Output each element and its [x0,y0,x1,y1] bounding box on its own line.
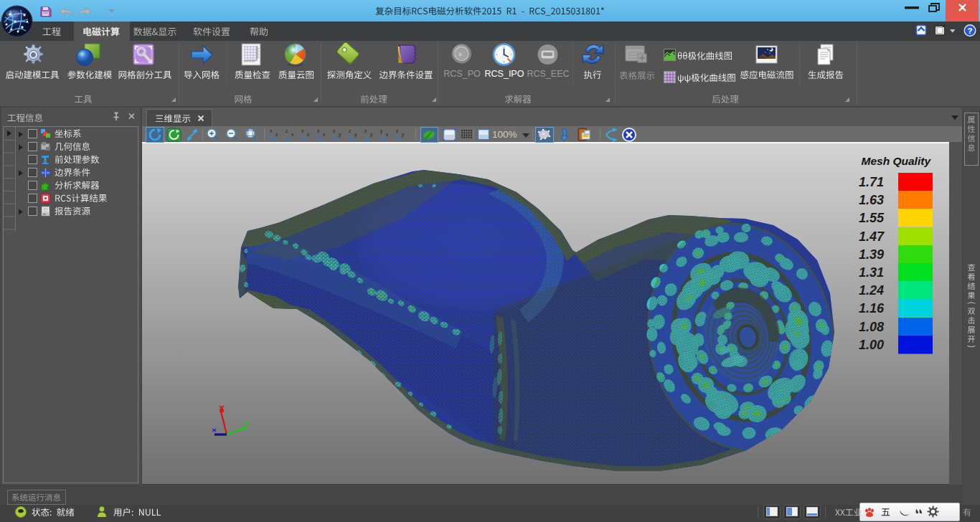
svg-text:1.71: 1.71 [859,175,884,189]
svg-text:1.55: 1.55 [859,211,885,225]
svg-text:z: z [396,128,398,133]
svg-text:1.47: 1.47 [859,229,885,244]
svg-text:y: y [370,132,373,138]
svg-text:z: z [333,128,335,133]
svg-text:y: y [402,132,405,138]
svg-text:x: x [323,132,326,137]
svg-text:1.39: 1.39 [859,247,884,262]
svg-text:y: y [380,128,383,134]
svg-text:1.16: 1.16 [859,301,885,315]
svg-text:1.24: 1.24 [859,283,884,298]
svg-text:x: x [301,128,304,133]
svg-text:z: z [317,128,319,133]
svg-text:Mesh Quality: Mesh Quality [862,155,932,167]
svg-text:z: z [349,128,351,133]
svg-text:x: x [270,128,273,133]
svg-text:1.00: 1.00 [859,338,884,352]
svg-text:1.08: 1.08 [859,320,884,334]
svg-text:z: z [307,132,309,137]
svg-text:x: x [291,132,294,137]
svg-text:z: z [286,128,288,133]
svg-text:x: x [386,132,389,137]
svg-text:y: y [354,132,357,138]
svg-text:1.63: 1.63 [859,193,884,207]
svg-text:y: y [339,132,341,138]
svg-text:1.31: 1.31 [859,265,884,280]
svg-text:z: z [364,128,367,133]
svg-text:z: z [275,132,278,137]
svg-text:?: ? [967,27,972,35]
